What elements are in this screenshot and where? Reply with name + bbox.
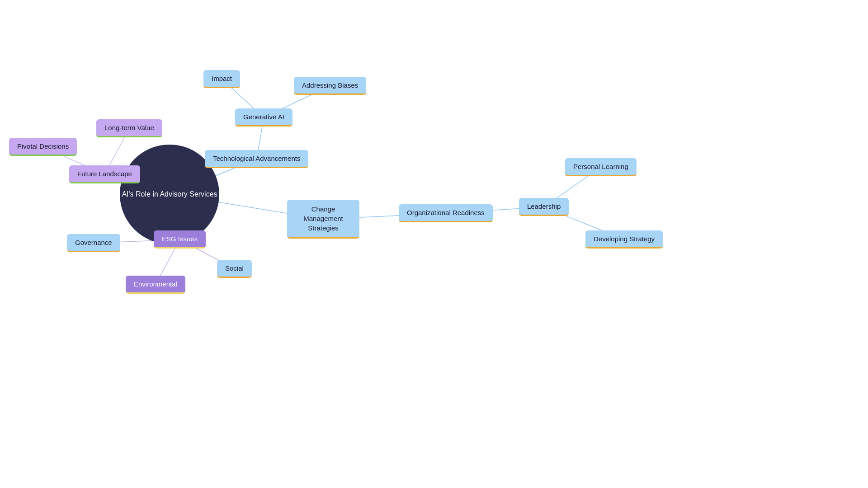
node-long-term-value[interactable]: Long-term Value <box>96 119 162 137</box>
node-impact[interactable]: Impact <box>203 70 240 88</box>
node-addressing-biases-label: Addressing Biases <box>302 81 358 89</box>
node-esg-issues-label: ESG Issues <box>162 235 198 243</box>
node-pivotal-decisions-label: Pivotal Decisions <box>17 142 69 150</box>
node-addressing-biases[interactable]: Addressing Biases <box>294 77 366 95</box>
node-social-label: Social <box>225 264 244 272</box>
node-developing-strategy[interactable]: Developing Strategy <box>585 230 663 249</box>
node-governance[interactable]: Governance <box>67 234 120 252</box>
node-technological-advancements[interactable]: Technological Advancements <box>205 150 308 168</box>
node-generative-ai[interactable]: Generative AI <box>235 108 292 127</box>
node-leadership-label: Leadership <box>527 202 561 210</box>
node-future-landscape[interactable]: Future Landscape <box>69 165 140 183</box>
node-change-management-label: Change Management Strategies <box>303 205 343 232</box>
node-personal-learning[interactable]: Personal Learning <box>565 158 637 176</box>
node-change-management[interactable]: Change Management Strategies <box>287 200 359 239</box>
node-pivotal-decisions[interactable]: Pivotal Decisions <box>9 138 77 156</box>
node-environmental[interactable]: Environmental <box>126 276 185 294</box>
node-personal-learning-label: Personal Learning <box>573 163 628 170</box>
node-organizational-readiness[interactable]: Organizational Readiness <box>399 204 493 222</box>
node-future-landscape-label: Future Landscape <box>77 170 132 178</box>
node-impact-label: Impact <box>212 75 232 82</box>
node-leadership[interactable]: Leadership <box>519 198 569 216</box>
node-governance-label: Governance <box>75 239 112 246</box>
node-social[interactable]: Social <box>217 260 252 278</box>
node-esg-issues[interactable]: ESG Issues <box>154 230 206 249</box>
center-label: AI's Role in Advisory Services <box>122 189 217 199</box>
node-environmental-label: Environmental <box>134 280 177 288</box>
node-developing-strategy-label: Developing Strategy <box>594 235 655 243</box>
center-node[interactable]: AI's Role in Advisory Services <box>120 145 219 244</box>
node-long-term-value-label: Long-term Value <box>104 124 154 131</box>
node-generative-ai-label: Generative AI <box>243 113 284 121</box>
node-organizational-readiness-label: Organizational Readiness <box>407 209 485 216</box>
node-technological-advancements-label: Technological Advancements <box>213 155 300 162</box>
